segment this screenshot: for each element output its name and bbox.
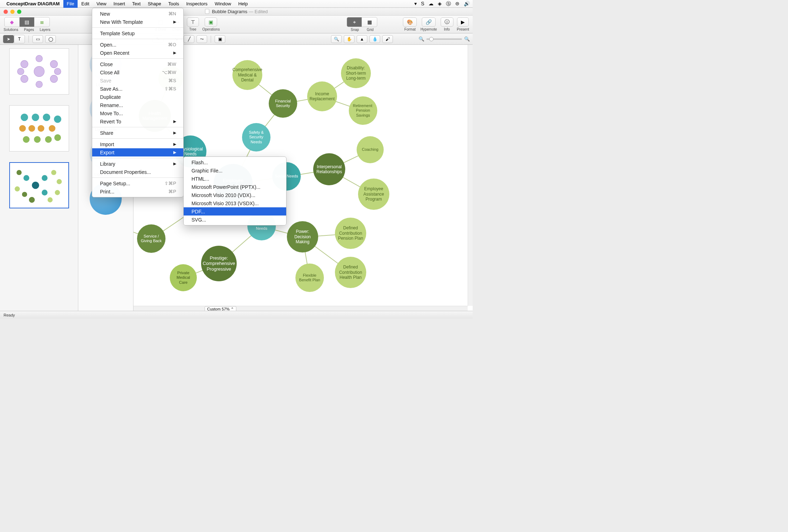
layers-button[interactable]: ≣ (35, 17, 49, 27)
ellipse-tool[interactable]: ◯ (45, 35, 56, 43)
bubble-service-giving-back[interactable]: Service / Giving Back (137, 224, 166, 253)
bubble-prestige-comprehensive-progressive[interactable]: Prestige: Comprehensive Progressive (201, 246, 237, 281)
bubble-coaching[interactable]: Coaching (357, 136, 384, 163)
menu-text[interactable]: Text (128, 0, 144, 8)
s-icon[interactable]: S (421, 1, 424, 7)
close-window-button[interactable] (4, 10, 8, 14)
bubble-financial-security[interactable]: Financial Security (269, 89, 297, 118)
menu-insert[interactable]: Insert (110, 0, 129, 8)
pointer-tool[interactable]: ➤ (3, 35, 14, 43)
brush-tool[interactable]: 🖌 (382, 35, 393, 43)
page-thumb-2[interactable] (9, 105, 69, 151)
present-button[interactable]: ▶ (457, 17, 469, 27)
solutions-button[interactable]: ◆ (5, 17, 20, 27)
file-menu-duplicate[interactable]: Duplicate (92, 93, 183, 101)
bubble-employee-assistance-program[interactable]: Employee Assistance Program (358, 179, 389, 210)
maximize-window-button[interactable] (17, 10, 21, 14)
export-microsoft-visio-vsdx-[interactable]: Microsoft Visio 2013 (VSDX)... (184, 199, 286, 207)
operations-button[interactable]: ▣ (205, 17, 217, 27)
info-button[interactable]: ⓘ (441, 17, 453, 27)
file-menu-move-to-[interactable]: Move To... (92, 109, 183, 117)
bubble-disability-short-term-long-term[interactable]: Disability: Short-term Long-term (341, 58, 371, 88)
menu-tools[interactable]: Tools (165, 0, 183, 8)
file-menu-save-as-[interactable]: Save As...⇧⌘S (92, 85, 183, 93)
file-menu-share[interactable]: Share▶ (92, 129, 183, 137)
svg-point-1 (21, 60, 28, 68)
snap-button[interactable]: ⌖ (347, 17, 362, 27)
bubble-retirement-pension-savings[interactable]: Retirement: Pension Savings (349, 96, 377, 125)
file-menu-library[interactable]: Library▶ (92, 160, 183, 168)
file-menu-document-properties-[interactable]: Document Properties... (92, 168, 183, 176)
hypernote-button[interactable]: 🔗 (422, 17, 436, 27)
file-menu-close[interactable]: Close⌘W (92, 60, 183, 68)
bubble-defined-contribution-health-plan[interactable]: Defined Contribution Health Plan (335, 257, 366, 288)
export-microsoft-powerpoint-pptx-[interactable]: Microsoft PowerPoint (PPTX)... (184, 183, 286, 191)
stamp-tool[interactable]: ▲ (357, 35, 367, 43)
file-menu-template-setup[interactable]: Template Setup (92, 29, 183, 37)
file-menu-new[interactable]: New⌘N (92, 10, 183, 18)
bubble-comprehensive-medical-dental[interactable]: Comprehensive Medical & Dental (232, 60, 262, 90)
page-thumb-1[interactable] (9, 48, 69, 95)
skype-icon[interactable]: Ⓢ (446, 1, 451, 7)
file-menu-revert-to[interactable]: Revert To▶ (92, 117, 183, 126)
zoom-select[interactable]: Custom 57% ⌃ (205, 306, 236, 311)
menu-file[interactable]: File (63, 0, 78, 8)
diamond-icon[interactable]: ◈ (438, 1, 442, 7)
export-html-[interactable]: HTML... (184, 175, 286, 183)
file-menu-page-setup-[interactable]: Page Setup...⇧⌘P (92, 179, 183, 187)
bubble-interpersonal-relationships[interactable]: Interpersonal Relationships (313, 153, 345, 185)
file-menu-open-recent[interactable]: Open Recent▶ (92, 49, 183, 57)
app-name[interactable]: ConceptDraw DIAGRAM (6, 1, 60, 6)
document-title[interactable]: Bubble Diagrams — Edited (21, 9, 451, 14)
format-button[interactable]: 🎨 (403, 17, 417, 27)
zoom-slider[interactable] (426, 38, 462, 40)
menu-help[interactable]: Help (235, 0, 251, 8)
file-menu-new-with-template[interactable]: New With Template▶ (92, 18, 183, 26)
file-menu-rename-[interactable]: Rename... (92, 101, 183, 109)
export-pdf-[interactable]: PDF... (184, 207, 286, 216)
file-menu: New⌘NNew With Template▶Template SetupOpe… (92, 8, 184, 197)
pages-button[interactable]: ▤ (20, 17, 35, 27)
vertical-scrollbar[interactable] (468, 45, 473, 306)
zoom-out-icon[interactable]: 🔍 (419, 36, 424, 42)
pages-panel[interactable] (0, 45, 78, 311)
menu-window[interactable]: Window (211, 0, 235, 8)
file-menu-export[interactable]: Export▶ (92, 148, 183, 156)
line-tool[interactable]: ╱ (184, 35, 194, 43)
wifi-icon[interactable]: ⊜ (455, 1, 459, 7)
bubble-power-decision-making[interactable]: Power: Decision Making (287, 221, 318, 252)
bubble-flexible-benefit-plan[interactable]: Flexible Benefit Plan (295, 264, 324, 292)
vlc-icon[interactable]: ▾ (414, 1, 417, 7)
arc-tool[interactable]: ⤳ (196, 35, 207, 43)
bubble-income-replacement[interactable]: Income Replacement (307, 81, 337, 111)
export-svg-[interactable]: SVG... (184, 216, 286, 224)
eyedropper-tool[interactable]: 💧 (369, 35, 380, 43)
menu-shape[interactable]: Shape (144, 0, 165, 8)
export-graphic-file-[interactable]: Graphic File... (184, 166, 286, 175)
export-flash-[interactable]: Flash... (184, 158, 286, 166)
bubble-defined-contribution-pension-plan[interactable]: Defined Contribution Pension Plan (335, 218, 366, 249)
file-menu-open-[interactable]: Open...⌘O (92, 41, 183, 49)
menu-inspectors[interactable]: Inspectors (183, 0, 211, 8)
bubble-safety-security-needs[interactable]: Safety & Security Needs (242, 123, 270, 151)
bubble-private-medical-care[interactable]: Private Medical Care (170, 264, 197, 291)
page-thumb-3[interactable] (9, 162, 69, 208)
pan-tool[interactable]: ✋ (344, 35, 354, 43)
menu-edit[interactable]: Edit (78, 0, 93, 8)
zoom-in-icon[interactable]: 🔍 (464, 36, 470, 42)
export-microsoft-visio-vdx-[interactable]: Microsoft Visio 2010 (VDX)... (184, 191, 286, 199)
tree-button[interactable]: ⊤ (187, 17, 199, 27)
file-menu-close-all[interactable]: Close All⌥⌘W (92, 68, 183, 76)
search-tool[interactable]: 🔍 (331, 35, 342, 43)
minimize-window-button[interactable] (10, 10, 15, 14)
clip-tool[interactable]: ▣ (215, 35, 225, 43)
file-menu-import[interactable]: Import▶ (92, 140, 183, 148)
rect-tool[interactable]: ▭ (32, 35, 43, 43)
cloud-icon[interactable]: ☁ (429, 1, 434, 7)
file-menu-print-[interactable]: Print...⌘P (92, 187, 183, 196)
horizontal-scrollbar[interactable]: Custom 57% ⌃ (133, 306, 468, 311)
volume-icon[interactable]: 🔊 (464, 1, 470, 7)
text-tool[interactable]: T (14, 35, 25, 43)
menu-view[interactable]: View (93, 0, 110, 8)
grid-button[interactable]: ▦ (362, 17, 377, 27)
